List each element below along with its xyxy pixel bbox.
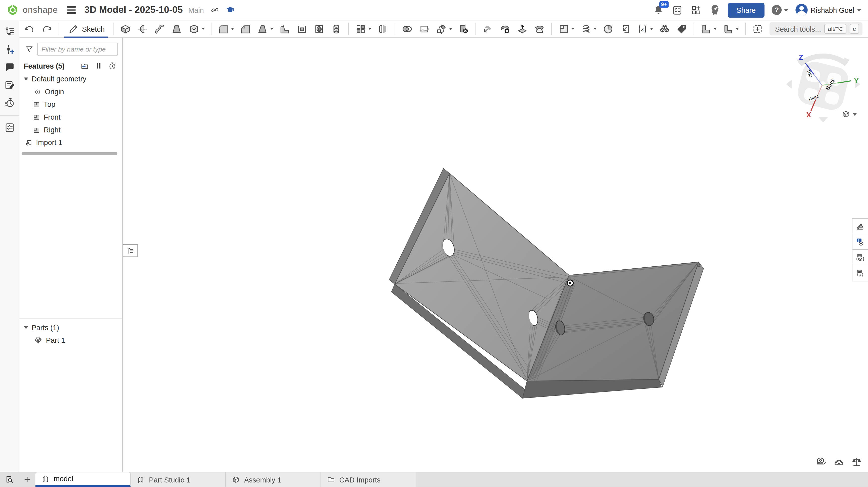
tab-part-studio-1[interactable]: Part Studio 1	[131, 473, 226, 487]
fill-button[interactable]	[601, 21, 615, 36]
comments-button[interactable]	[1, 59, 18, 75]
tasks-button[interactable]	[671, 4, 683, 16]
offset-surface-button[interactable]	[557, 21, 576, 36]
panel-collapse-handle[interactable]	[123, 244, 138, 257]
measure-tape-button[interactable]	[815, 456, 827, 468]
share-button[interactable]: Share	[727, 2, 765, 18]
tree-item-top-plane[interactable]: Top	[19, 98, 122, 111]
new-folder-icon[interactable]	[81, 62, 89, 70]
loft-button[interactable]	[170, 21, 184, 36]
dropdown-caret-icon[interactable]	[231, 28, 234, 30]
revolve-button[interactable]	[136, 21, 150, 36]
redo-button[interactable]	[40, 21, 54, 36]
hole-button[interactable]	[312, 21, 326, 36]
chamfer-button[interactable]	[239, 21, 253, 36]
flange-button[interactable]	[721, 21, 740, 36]
tab-model[interactable]: model	[35, 473, 131, 487]
help-menu[interactable]: ?	[772, 5, 788, 15]
thread-button[interactable]	[330, 21, 343, 36]
variable-button[interactable]	[636, 21, 654, 36]
measure-angle-icon	[833, 456, 845, 468]
mass-properties-button[interactable]	[851, 456, 863, 468]
tasks-checklist-button[interactable]	[1, 119, 18, 136]
custom-feature-button[interactable]	[751, 21, 765, 36]
undo-button[interactable]	[23, 21, 36, 36]
transform-button[interactable]	[435, 21, 454, 36]
configuration-panel-button[interactable]	[852, 250, 868, 265]
asm-icon	[231, 476, 240, 484]
learning-center-icon[interactable]	[226, 5, 235, 14]
create-version-button[interactable]	[1, 41, 18, 58]
split-button[interactable]	[417, 21, 431, 36]
main-menu-icon[interactable]	[67, 6, 75, 13]
document-outline-button[interactable]	[1, 23, 18, 40]
configuration-variables-panel-button[interactable]	[852, 265, 868, 281]
branch-label[interactable]: Main	[188, 6, 204, 14]
dropdown-caret-icon[interactable]	[202, 28, 205, 30]
boolean-button[interactable]	[400, 21, 414, 36]
add-tab-button[interactable]: +	[19, 473, 35, 487]
suppress-pause-icon[interactable]	[94, 62, 103, 70]
rollback-history-icon[interactable]	[108, 62, 117, 70]
sweep-button[interactable]	[153, 21, 167, 36]
dropdown-caret-icon[interactable]	[736, 28, 739, 30]
notifications-button[interactable]: 9+	[652, 4, 664, 16]
ai-advisor-button[interactable]	[709, 4, 720, 16]
draft-button[interactable]	[256, 21, 275, 36]
3d-model-part[interactable]	[382, 166, 714, 399]
mirror-button[interactable]	[376, 21, 390, 36]
search-tabs-button[interactable]	[0, 473, 19, 487]
delete-part-button[interactable]	[457, 21, 471, 36]
release-notes-button[interactable]	[1, 77, 18, 93]
measure-angle-button[interactable]	[833, 456, 845, 468]
dropdown-caret-icon[interactable]	[368, 28, 371, 30]
parts-header-row[interactable]: Parts (1)	[19, 321, 122, 334]
appearance-panel-button[interactable]	[852, 219, 868, 235]
delete-face-button[interactable]	[498, 21, 512, 36]
filter-icon[interactable]	[25, 45, 34, 54]
tree-item-import-1[interactable]: Import 1	[19, 136, 122, 149]
dropdown-caret-icon[interactable]	[593, 28, 597, 30]
extrude-button[interactable]	[119, 21, 132, 36]
helix-button[interactable]	[579, 21, 598, 36]
shell-button[interactable]	[295, 21, 309, 36]
move-face-button[interactable]	[516, 21, 529, 36]
import-export-button[interactable]	[619, 21, 632, 36]
dropdown-caret-icon[interactable]	[449, 28, 452, 30]
replace-face-button[interactable]	[533, 21, 547, 36]
sketch-button[interactable]: Sketch	[64, 21, 108, 38]
tree-group-default-geometry[interactable]: Default geometry	[19, 72, 122, 86]
dropdown-caret-icon[interactable]	[270, 28, 274, 30]
linear-pattern-button[interactable]	[354, 21, 373, 36]
tag-button[interactable]	[675, 21, 689, 36]
properties-table-panel-button[interactable]	[852, 234, 868, 250]
thicken-button[interactable]	[187, 21, 206, 36]
filter-input[interactable]	[37, 43, 118, 56]
dropdown-caret-icon[interactable]	[650, 28, 653, 30]
rollback-bar[interactable]	[22, 152, 117, 155]
graphics-viewport[interactable]: Z Y X Top Back Right	[123, 38, 868, 472]
tree-item-front-plane[interactable]: Front	[19, 111, 122, 124]
chevron-down-icon[interactable]	[24, 78, 28, 81]
user-menu[interactable]: Rishabh Goel	[796, 4, 862, 16]
modify-fillet-button[interactable]	[481, 21, 495, 36]
chevron-down-icon[interactable]	[24, 326, 28, 329]
sheet-metal-model-button[interactable]	[699, 21, 718, 36]
tab-cad-imports[interactable]: CAD Imports	[321, 473, 416, 487]
app-store-button[interactable]	[690, 4, 702, 16]
tree-item-part-1[interactable]: Part 1	[19, 334, 122, 347]
tab-assembly-1[interactable]: Assembly 1	[226, 473, 321, 487]
copy-link-icon[interactable]	[211, 5, 219, 14]
fillet-button[interactable]	[217, 21, 235, 36]
document-title[interactable]: 3D Model - 2025-10-05	[84, 4, 183, 16]
dropdown-caret-icon[interactable]	[571, 28, 575, 30]
rib-button[interactable]	[278, 21, 292, 36]
composite-part-button[interactable]	[658, 21, 672, 36]
history-button[interactable]	[1, 94, 18, 111]
onshape-logo[interactable]: onshape	[6, 4, 58, 16]
view-cube-button[interactable]	[841, 110, 857, 118]
tree-item-origin[interactable]: Origin	[19, 85, 122, 98]
dropdown-caret-icon[interactable]	[714, 28, 717, 30]
search-tools[interactable]: Search tools... alt/⌥ c	[770, 22, 863, 35]
tree-item-right-plane[interactable]: Right	[19, 124, 122, 136]
